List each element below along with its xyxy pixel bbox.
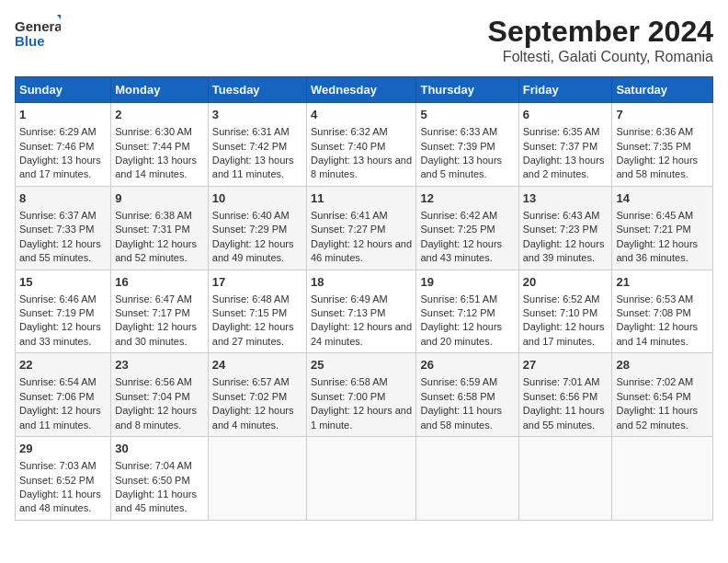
calendar-week-4: 22Sunrise: 6:54 AMSunset: 7:06 PMDayligh… bbox=[16, 353, 713, 437]
cell-25: 25Sunrise: 6:58 AMSunset: 7:00 PMDayligh… bbox=[306, 353, 415, 437]
cell-empty-4-4 bbox=[416, 437, 518, 521]
cell-8: 8Sunrise: 6:37 AMSunset: 7:33 PMDaylight… bbox=[16, 186, 111, 270]
header-tuesday: Tuesday bbox=[208, 77, 306, 103]
svg-text:Blue: Blue bbox=[15, 33, 45, 49]
cell-19: 19Sunrise: 6:51 AMSunset: 7:12 PMDayligh… bbox=[416, 270, 518, 353]
cell-6: 6Sunrise: 6:35 AMSunset: 7:37 PMDaylight… bbox=[518, 103, 612, 187]
header-monday: Monday bbox=[111, 77, 209, 103]
calendar-table: Sunday Monday Tuesday Wednesday Thursday… bbox=[15, 76, 713, 521]
cell-empty-4-5 bbox=[518, 437, 612, 521]
cell-27: 27Sunrise: 7:01 AMSunset: 6:56 PMDayligh… bbox=[518, 353, 612, 437]
cell-22: 22Sunrise: 6:54 AMSunset: 7:06 PMDayligh… bbox=[16, 353, 111, 437]
calendar-title: September 2024 bbox=[488, 15, 713, 49]
cell-23: 23Sunrise: 6:56 AMSunset: 7:04 PMDayligh… bbox=[111, 353, 209, 437]
cell-7: 7Sunrise: 6:36 AMSunset: 7:35 PMDaylight… bbox=[612, 103, 713, 187]
cell-30: 30Sunrise: 7:04 AMSunset: 6:50 PMDayligh… bbox=[111, 437, 209, 521]
header-sunday: Sunday bbox=[16, 77, 111, 103]
cell-10: 10Sunrise: 6:40 AMSunset: 7:29 PMDayligh… bbox=[208, 186, 306, 270]
header-saturday: Saturday bbox=[612, 77, 713, 103]
calendar-header-row: Sunday Monday Tuesday Wednesday Thursday… bbox=[16, 77, 713, 103]
title-block: September 2024 Foltesti, Galati County, … bbox=[488, 15, 713, 65]
cell-12: 12Sunrise: 6:42 AMSunset: 7:25 PMDayligh… bbox=[416, 186, 518, 270]
cell-26: 26Sunrise: 6:59 AMSunset: 6:58 PMDayligh… bbox=[416, 353, 518, 437]
cell-empty-4-3 bbox=[306, 437, 415, 521]
calendar-week-5: 29Sunrise: 7:03 AMSunset: 6:52 PMDayligh… bbox=[16, 437, 713, 521]
calendar-week-3: 15Sunrise: 6:46 AMSunset: 7:19 PMDayligh… bbox=[16, 270, 713, 353]
cell-21: 21Sunrise: 6:53 AMSunset: 7:08 PMDayligh… bbox=[612, 270, 713, 353]
calendar-week-2: 8Sunrise: 6:37 AMSunset: 7:33 PMDaylight… bbox=[16, 186, 713, 270]
cell-15: 15Sunrise: 6:46 AMSunset: 7:19 PMDayligh… bbox=[16, 270, 111, 353]
cell-20: 20Sunrise: 6:52 AMSunset: 7:10 PMDayligh… bbox=[518, 270, 612, 353]
cell-24: 24Sunrise: 6:57 AMSunset: 7:02 PMDayligh… bbox=[208, 353, 306, 437]
page-header: General Blue September 2024 Foltesti, Ga… bbox=[15, 15, 713, 65]
cell-9: 9Sunrise: 6:38 AMSunset: 7:31 PMDaylight… bbox=[111, 186, 209, 270]
calendar-week-1: 1Sunrise: 6:29 AMSunset: 7:46 PMDaylight… bbox=[16, 103, 713, 187]
cell-empty-4-2 bbox=[208, 437, 306, 521]
cell-28: 28Sunrise: 7:02 AMSunset: 6:54 PMDayligh… bbox=[612, 353, 713, 437]
cell-13: 13Sunrise: 6:43 AMSunset: 7:23 PMDayligh… bbox=[518, 186, 612, 270]
cell-4: 4Sunrise: 6:32 AMSunset: 7:40 PMDaylight… bbox=[306, 103, 415, 187]
logo: General Blue bbox=[15, 15, 61, 55]
calendar-subtitle: Foltesti, Galati County, Romania bbox=[488, 49, 713, 65]
cell-1: 1Sunrise: 6:29 AMSunset: 7:46 PMDaylight… bbox=[16, 103, 111, 187]
cell-2: 2Sunrise: 6:30 AMSunset: 7:44 PMDaylight… bbox=[111, 103, 209, 187]
cell-5: 5Sunrise: 6:33 AMSunset: 7:39 PMDaylight… bbox=[416, 103, 518, 187]
cell-16: 16Sunrise: 6:47 AMSunset: 7:17 PMDayligh… bbox=[111, 270, 209, 353]
cell-11: 11Sunrise: 6:41 AMSunset: 7:27 PMDayligh… bbox=[306, 186, 415, 270]
svg-text:General: General bbox=[15, 18, 61, 34]
header-thursday: Thursday bbox=[416, 77, 518, 103]
cell-3: 3Sunrise: 6:31 AMSunset: 7:42 PMDaylight… bbox=[208, 103, 306, 187]
cell-17: 17Sunrise: 6:48 AMSunset: 7:15 PMDayligh… bbox=[208, 270, 306, 353]
logo: General Blue bbox=[15, 15, 61, 55]
cell-18: 18Sunrise: 6:49 AMSunset: 7:13 PMDayligh… bbox=[306, 270, 415, 353]
cell-empty-4-6 bbox=[612, 437, 713, 521]
header-friday: Friday bbox=[518, 77, 612, 103]
cell-14: 14Sunrise: 6:45 AMSunset: 7:21 PMDayligh… bbox=[612, 186, 713, 270]
cell-29: 29Sunrise: 7:03 AMSunset: 6:52 PMDayligh… bbox=[16, 437, 111, 521]
header-wednesday: Wednesday bbox=[306, 77, 415, 103]
